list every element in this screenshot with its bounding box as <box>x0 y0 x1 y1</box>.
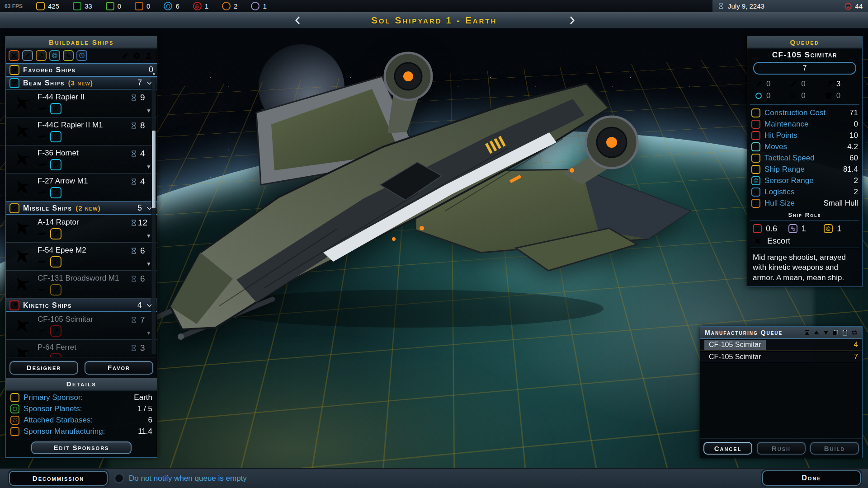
ship-row-f36-hornet[interactable]: F-36 Hornet 4 ▼ <box>6 145 157 174</box>
build-button[interactable]: Build <box>810 442 859 455</box>
stat-maintenance: Maintenance 0 <box>747 119 862 130</box>
resource-value: 0 <box>146 2 150 10</box>
ship-name: F-36 Hornet <box>38 149 130 158</box>
ship-row-f44c-rapier[interactable]: F-44C Rapier II M1 8 <box>6 117 157 145</box>
hourglass-icon <box>131 316 137 324</box>
crew-person-icon[interactable] <box>145 52 152 60</box>
favor-button[interactable]: Favor <box>85 361 153 375</box>
point-defense-stat: 0 <box>789 91 824 100</box>
ship-list-scrollbar[interactable] <box>151 78 156 354</box>
designer-button[interactable]: Designer <box>9 361 78 375</box>
weapons-filter-button[interactable] <box>9 50 19 61</box>
separator <box>750 220 859 221</box>
fleet-icon <box>251 2 259 10</box>
ship-name: P-64 Ferret <box>38 343 130 352</box>
ship-thumbnail <box>9 177 36 198</box>
list-action-buttons: Designer Favor <box>6 357 157 378</box>
fps-counter: 63 FPS <box>5 3 28 9</box>
resource-value: 6 <box>175 2 179 10</box>
edit-sponsors-button[interactable]: Edit Sponsors <box>31 441 132 454</box>
move-top-icon[interactable] <box>804 329 810 336</box>
done-button[interactable]: Done <box>762 470 861 486</box>
weapon-defense-summary: 0 0 3 0 0 <box>747 76 862 103</box>
previous-shipyard-button[interactable] <box>290 14 306 27</box>
stat-value: Small Hull <box>823 199 858 208</box>
next-shipyard-button[interactable] <box>564 14 580 27</box>
resource-research: 6 <box>164 2 179 10</box>
detail-value: 6 <box>148 416 152 425</box>
ship-row-f27-arrow[interactable]: F-27 Arrow M1 4 <box>6 174 157 202</box>
expand-variants-toggle[interactable]: ▼ <box>146 108 151 114</box>
resource-fleet: 1 <box>251 2 266 10</box>
support-filter-button[interactable] <box>63 50 74 61</box>
decommission-button[interactable]: Decommission <box>9 471 108 486</box>
repeat-queue-icon[interactable] <box>851 329 858 336</box>
ship-name: F-27 Arrow M1 <box>38 177 130 186</box>
category-beam-ships[interactable]: Beam Ships (3 new) 7 <box>6 76 157 89</box>
stat-hit-points: Hit Points 10 <box>747 130 862 141</box>
cancel-button[interactable]: Cancel <box>703 442 752 455</box>
category-kinetic-ships[interactable]: Kinetic Ships 4 <box>6 299 157 312</box>
ship-design-icon <box>36 353 48 357</box>
time-filter-button[interactable] <box>76 50 87 61</box>
ship-row-cf105-scimitar[interactable]: CF-105 Scimitar 7 ▼ <box>6 312 157 340</box>
move-up-icon[interactable] <box>813 329 820 336</box>
queue-row[interactable]: CF-105 Scimitar 7 <box>700 351 862 363</box>
maintenance-icon <box>751 120 760 129</box>
copy-queue-icon[interactable] <box>832 329 839 336</box>
beam-category-icon <box>9 78 19 88</box>
point-defense-icon <box>789 92 797 100</box>
quantity-input[interactable]: 7 <box>753 62 856 75</box>
defense-filter-button[interactable] <box>49 50 60 61</box>
expand-variants-toggle[interactable]: ▼ <box>146 261 151 267</box>
construction-filter-button[interactable] <box>36 50 47 61</box>
queue-row[interactable]: CF-105 Scimitar 4 <box>700 339 862 351</box>
stat-value: 71 <box>849 108 858 117</box>
ship-view-icon[interactable] <box>121 52 129 60</box>
ship-row-f44-rapier[interactable]: F-44 Rapier II 9 ▼ <box>6 89 157 117</box>
move-down-icon[interactable] <box>823 329 829 336</box>
population-icon <box>73 2 81 10</box>
shield-defense-icon <box>755 92 763 100</box>
separator <box>750 104 859 105</box>
approval-frown-icon <box>844 2 852 10</box>
paste-queue-icon[interactable] <box>842 329 848 336</box>
sponsor-icon <box>10 393 19 402</box>
expand-variants-toggle[interactable]: ▼ <box>146 164 151 170</box>
settings-gear-icon[interactable] <box>133 52 141 60</box>
stat-value: 2 <box>854 188 858 197</box>
ship-row-p64-ferret[interactable]: P-64 Ferret 3 ▼ <box>6 340 157 357</box>
build-turns: 8 <box>140 121 145 131</box>
beam-filter-button[interactable] <box>22 50 33 61</box>
scrollbar-thumb[interactable] <box>152 131 156 208</box>
expand-variants-toggle[interactable]: ▼ <box>146 233 151 239</box>
manufacturing-queue-title: Manufacturing Queue <box>705 329 783 336</box>
ship-row-a14-raptor[interactable]: A-14 Raptor 12 ▼ <box>6 215 157 243</box>
tourism-icon <box>222 2 231 10</box>
scroll-up-icon[interactable]: ▲ <box>152 71 156 75</box>
category-new-badge: (3 new) <box>68 79 93 87</box>
queue-item-turns: 7 <box>854 352 858 361</box>
stat-moves: Moves 4.2 <box>747 141 862 153</box>
ship-row-f54-epee[interactable]: F-54 Epee M2 6 ▼ <box>6 243 157 271</box>
ship-thumbnail <box>9 218 36 239</box>
category-count: 4 <box>137 300 142 310</box>
hourglass-icon <box>131 219 137 227</box>
detail-value: 1 / 5 <box>137 404 152 413</box>
stat-value: 0 <box>766 91 770 100</box>
ship-design-icon <box>36 187 48 199</box>
hourglass-icon <box>131 178 137 186</box>
expand-variants-toggle[interactable]: ▼ <box>146 330 151 336</box>
resource-influence: 1 <box>193 2 208 10</box>
build-turns: 3 <box>140 343 145 353</box>
stat-construction-cost: Construction Cost 71 <box>747 108 862 119</box>
rush-button[interactable]: Rush <box>757 442 806 455</box>
ship-row-cf131-broadsword[interactable]: CF-131 Broadsword M1 6 <box>6 271 157 299</box>
category-favored-ships[interactable]: Favored Ships 0 <box>6 63 157 76</box>
missile-category-icon <box>9 203 19 213</box>
stat-value: 3 <box>836 80 840 89</box>
notify-checkbox[interactable] <box>114 473 124 483</box>
escort-ship-icon <box>751 234 765 248</box>
bottom-action-bar: Decommission Do not notify when queue is… <box>0 468 868 488</box>
category-missile-ships[interactable]: Missile Ships (2 new) 5 <box>6 202 157 215</box>
